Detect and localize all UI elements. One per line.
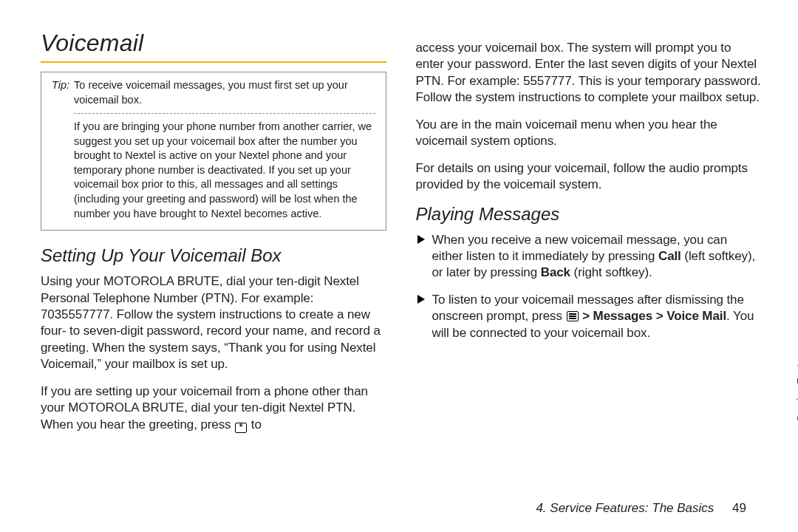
footer-chapter: 4. Service Features: The Basics — [536, 501, 714, 515]
section-playing-messages: Playing Messages — [416, 204, 762, 225]
page-title: Voicemail — [41, 30, 386, 57]
list-item: When you receive a new voicemail message… — [416, 232, 762, 282]
tip-note: If you are bringing your phone number fr… — [74, 120, 375, 221]
access-paragraph: access your voicemail box. The system wi… — [416, 40, 762, 106]
two-column-layout: Voicemail Tip: To receive voicemail mess… — [41, 30, 761, 443]
tip-divider — [74, 113, 375, 114]
star-key-icon: * — [235, 423, 247, 433]
tip-text: To receive voicemail messages, you must … — [74, 78, 375, 107]
tip-row: Tip: To receive voicemail messages, you … — [52, 78, 375, 107]
back-softkey-label: Back — [541, 265, 570, 279]
messages-menu-label: Messages — [593, 309, 652, 323]
side-tab-label: Service Features — [794, 340, 798, 427]
setup-p2-part-b: to — [248, 417, 262, 432]
bullet1-c: (right softkey). — [570, 265, 652, 279]
voice-mail-menu-label: Voice Mail — [666, 309, 726, 323]
setup-paragraph-1: Using your MOTOROLA BRUTE, dial your ten… — [41, 273, 386, 373]
section-setting-up: Setting Up Your Voicemail Box — [41, 245, 386, 266]
setup-paragraph-2: If you are setting up your voicemail fro… — [41, 383, 386, 433]
list-item: To listen to your voicemail messages aft… — [416, 292, 762, 341]
page-footer: 4. Service Features: The Basics 49 — [536, 501, 746, 516]
title-rule — [41, 61, 386, 63]
call-softkey-label: Call — [658, 249, 681, 263]
tip-box: Tip: To receive voicemail messages, you … — [41, 72, 386, 231]
manual-page: Voicemail Tip: To receive voicemail mess… — [0, 0, 798, 532]
main-menu-paragraph: You are in the main voicemail menu when … — [416, 117, 762, 150]
details-paragraph: For details on using your voicemail, fol… — [416, 160, 762, 194]
tip-label: Tip: — [52, 78, 69, 107]
page-number: 49 — [732, 501, 746, 515]
menu-key-icon — [567, 311, 579, 321]
left-column: Voicemail Tip: To receive voicemail mess… — [41, 30, 386, 443]
breadcrumb-gt-1: > — [582, 309, 590, 323]
right-column: access your voicemail box. The system wi… — [416, 30, 762, 443]
breadcrumb-gt-2: > — [656, 309, 664, 323]
setup-p2-part-a: If you are setting up your voicemail fro… — [41, 384, 368, 432]
playing-messages-list: When you receive a new voicemail message… — [416, 232, 762, 342]
